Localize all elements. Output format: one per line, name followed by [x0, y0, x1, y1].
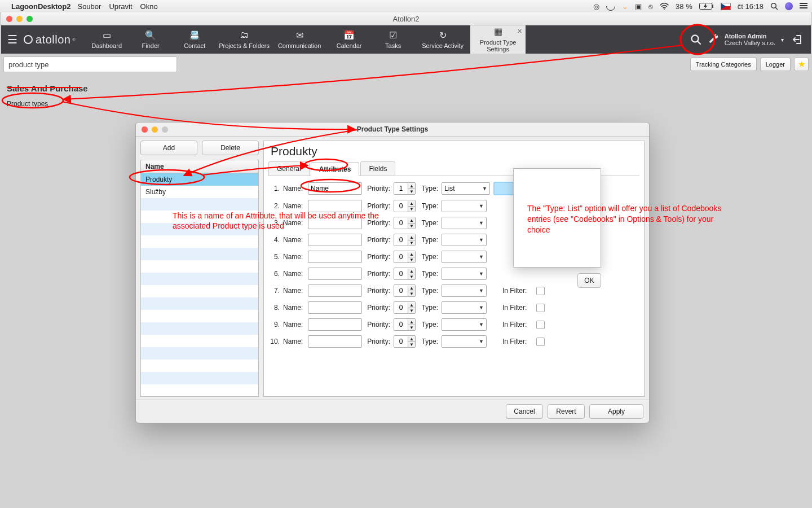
product-types-link[interactable]: Product types: [7, 100, 48, 108]
step-up-icon[interactable]: ▲: [408, 286, 415, 291]
list-item[interactable]: [141, 372, 258, 384]
tab-fields[interactable]: Fields: [360, 161, 395, 176]
logger-button[interactable]: Logger: [760, 58, 791, 71]
list-item[interactable]: [141, 360, 258, 372]
attr-name-input[interactable]: [308, 301, 362, 314]
list-item[interactable]: Produkty: [141, 173, 258, 186]
menubar-item[interactable]: Okno: [140, 2, 158, 11]
flag-cz-icon[interactable]: [721, 3, 731, 10]
attr-name-input[interactable]: [308, 284, 362, 297]
priority-stepper[interactable]: ▲▼: [394, 182, 416, 195]
arc-icon[interactable]: [604, 0, 617, 12]
step-up-icon[interactable]: ▲: [408, 201, 415, 207]
purple-dot-icon[interactable]: [785, 2, 793, 10]
step-up-icon[interactable]: ▲: [408, 218, 415, 224]
type-select[interactable]: ▼: [442, 217, 487, 229]
settings-search-input[interactable]: product type: [3, 56, 177, 72]
step-down-icon[interactable]: ▼: [408, 257, 415, 262]
step-up-icon[interactable]: ▲: [408, 269, 415, 274]
list-item[interactable]: [141, 235, 258, 248]
priority-value[interactable]: [394, 336, 408, 347]
type-select[interactable]: List▼: [442, 182, 490, 195]
attr-name-input[interactable]: [308, 217, 362, 229]
close-window-icon[interactable]: [6, 16, 12, 22]
attr-name-input[interactable]: [308, 268, 362, 280]
list-item[interactable]: Služby: [141, 186, 258, 198]
nav-tab-finder[interactable]: 🔍Finder: [129, 25, 173, 54]
type-select[interactable]: ▼: [442, 268, 487, 280]
close-tab-icon[interactable]: ✕: [517, 28, 522, 35]
type-list[interactable]: ProduktySlužby: [140, 173, 259, 397]
nav-tab-service-activity[interactable]: ↻Service Activity: [415, 25, 470, 54]
zoom-window-icon[interactable]: [27, 16, 33, 22]
search-icon[interactable]: [689, 32, 703, 47]
type-select[interactable]: ▼: [442, 234, 487, 246]
step-up-icon[interactable]: ▲: [408, 336, 415, 342]
chevron-down-icon[interactable]: ⌄: [622, 2, 628, 11]
list-item[interactable]: [141, 347, 258, 360]
priority-value[interactable]: [394, 200, 408, 212]
account-caret-icon[interactable]: ▾: [781, 37, 784, 43]
list-item[interactable]: [141, 248, 258, 260]
nav-tab-contact[interactable]: 📇Contact: [173, 25, 217, 54]
priority-stepper[interactable]: ▲▼: [394, 335, 416, 348]
priority-stepper[interactable]: ▲▼: [394, 301, 416, 314]
list-item[interactable]: [141, 297, 258, 310]
list-item[interactable]: [141, 285, 258, 297]
list-column-header[interactable]: Name: [140, 160, 259, 173]
tab-general[interactable]: General: [268, 161, 310, 176]
screen-icon[interactable]: ▣: [635, 2, 642, 11]
step-down-icon[interactable]: ▼: [408, 308, 415, 313]
attr-name-input[interactable]: [308, 182, 362, 195]
priority-stepper[interactable]: ▲▼: [394, 318, 416, 331]
type-select[interactable]: ▼: [442, 318, 487, 331]
type-select[interactable]: ▼: [442, 200, 487, 212]
list-item[interactable]: [141, 273, 258, 285]
brand-logo[interactable]: atollon®: [24, 25, 85, 54]
revert-button[interactable]: Revert: [548, 404, 585, 419]
step-down-icon[interactable]: ▼: [408, 207, 415, 212]
step-up-icon[interactable]: ▲: [408, 252, 415, 257]
priority-stepper[interactable]: ▲▼: [394, 234, 416, 246]
battery-icon[interactable]: [699, 3, 714, 10]
infilter-checkbox[interactable]: [536, 287, 545, 295]
attr-name-input[interactable]: [308, 318, 362, 331]
step-up-icon[interactable]: ▲: [408, 235, 415, 240]
minimize-window-icon[interactable]: [16, 16, 23, 22]
priority-value[interactable]: [394, 285, 408, 296]
priority-stepper[interactable]: ▲▼: [394, 284, 416, 297]
priority-stepper[interactable]: ▲▼: [394, 200, 416, 212]
step-down-icon[interactable]: ▼: [408, 342, 415, 347]
infilter-checkbox[interactable]: [536, 321, 545, 329]
ok-button[interactable]: OK: [577, 273, 601, 288]
priority-value[interactable]: [394, 319, 408, 330]
list-item[interactable]: [141, 335, 258, 347]
logout-icon[interactable]: [789, 33, 806, 46]
nav-tab-projects[interactable]: 🗂Projects & Folders: [217, 25, 272, 54]
priority-value[interactable]: [394, 251, 408, 262]
list-item[interactable]: [141, 322, 258, 335]
cancel-button[interactable]: Cancel: [506, 404, 543, 419]
clock-text[interactable]: čt 16:18: [738, 2, 764, 11]
type-options-dropdown[interactable]: [513, 168, 601, 268]
nav-tab-calendar[interactable]: 📅Calendar: [327, 25, 371, 54]
hamburger-icon[interactable]: ☰: [1, 25, 24, 54]
priority-stepper[interactable]: ▲▼: [394, 251, 416, 263]
attr-name-input[interactable]: [308, 335, 362, 348]
apply-button[interactable]: Apply: [589, 404, 643, 419]
type-select[interactable]: ▼: [442, 284, 487, 297]
list-item[interactable]: [141, 198, 258, 211]
nav-tab-dashboard[interactable]: ▭Dashboard: [85, 25, 129, 54]
list-item[interactable]: [141, 260, 258, 273]
nav-tab-communication[interactable]: ✉Communication: [272, 25, 327, 54]
step-down-icon[interactable]: ▼: [408, 325, 415, 330]
priority-value[interactable]: [394, 268, 408, 279]
priority-value[interactable]: [394, 183, 408, 194]
tab-attributes[interactable]: Attributes: [311, 162, 360, 176]
gear-icon[interactable]: [707, 32, 721, 47]
list-item[interactable]: [141, 384, 258, 397]
menubar-app-name[interactable]: LagoonDesktop2: [11, 2, 70, 11]
dialog-minimize-icon[interactable]: [152, 126, 158, 133]
menubar-item[interactable]: Soubor: [77, 2, 101, 11]
step-up-icon[interactable]: ▲: [408, 183, 415, 189]
